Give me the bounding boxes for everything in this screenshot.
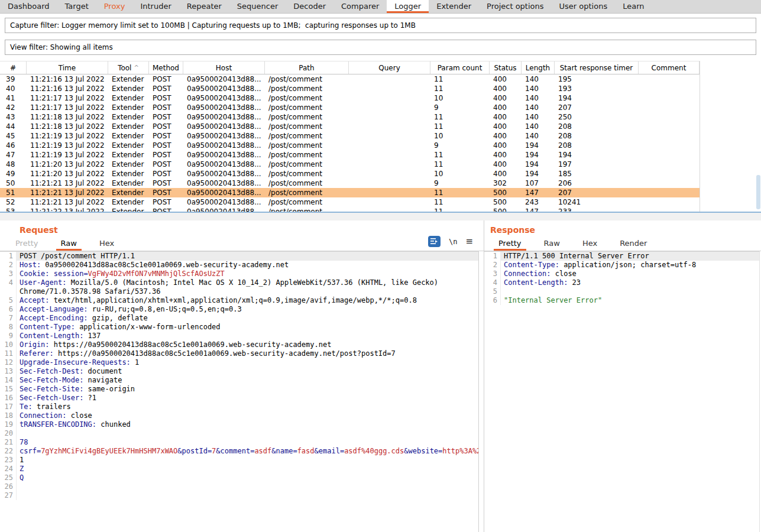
column-header-method[interactable]: Method	[149, 61, 183, 74]
response-tab-render[interactable]: Render	[615, 236, 652, 251]
cell	[349, 84, 430, 93]
cell	[639, 112, 700, 122]
table-row[interactable]: 5011:21:21 13 Jul 2022ExtenderPOST0a9500…	[0, 179, 761, 188]
menu-tab-extender[interactable]: Extender	[429, 0, 479, 13]
table-row[interactable]: 5311:21:22 13 Jul 2022ExtenderPOST0a9500…	[0, 207, 761, 212]
newline-toggle-icon[interactable]: \n	[449, 238, 457, 246]
line-number: 12	[0, 358, 17, 367]
table-right-filler	[700, 61, 761, 212]
line-content: Connection: close	[501, 270, 759, 278]
request-tab-hex[interactable]: Hex	[95, 236, 119, 251]
request-editor[interactable]: 1POST /post/comment HTTP/1.12Host: 0a950…	[0, 251, 479, 532]
line-content: Q	[17, 473, 478, 482]
line-number: 23	[0, 456, 17, 465]
menu-tab-proxy[interactable]: Proxy	[96, 0, 133, 13]
table-row[interactable]: 4211:21:17 13 Jul 2022ExtenderPOST0a9500…	[0, 103, 761, 112]
cell: /post/comment	[265, 93, 349, 103]
pretty-print-icon[interactable]	[428, 236, 441, 247]
view-filter-bar[interactable]: View filter: Showing all items	[5, 40, 756, 55]
menu-tab-comparer[interactable]: Comparer	[333, 0, 387, 13]
line-content: Sec-Fetch-Dest: document	[17, 367, 478, 376]
column-header-time[interactable]: Time	[27, 61, 108, 74]
editor-line: 3Cookie: session=VgFWy4D2vMfON7vMNMhjQlS…	[0, 270, 478, 278]
response-tab-hex[interactable]: Hex	[578, 236, 602, 251]
table-row[interactable]: 4311:21:18 13 Jul 2022ExtenderPOST0a9500…	[0, 112, 761, 122]
line-number: 13	[0, 367, 17, 376]
line-content: Content-Length: 137	[17, 332, 478, 340]
main-menu-tabbar: DashboardTargetProxyIntruderRepeaterSequ…	[0, 0, 761, 14]
editor-line: 8Content-Type: application/x-www-form-ur…	[0, 323, 478, 332]
cell: 11:21:20 13 Jul 2022	[27, 160, 108, 169]
cell: 206	[555, 179, 639, 188]
horizontal-splitter[interactable]	[0, 212, 761, 220]
table-row[interactable]: 4811:21:20 13 Jul 2022ExtenderPOST0a9500…	[0, 160, 761, 169]
menu-tab-dashboard[interactable]: Dashboard	[0, 0, 57, 13]
cell: POST	[149, 122, 183, 131]
menu-tab-learn[interactable]: Learn	[615, 0, 652, 13]
editor-line: 24Z	[0, 465, 478, 473]
menu-tab-sequencer[interactable]: Sequencer	[229, 0, 286, 13]
column-header-host[interactable]: Host	[183, 61, 265, 74]
table-row[interactable]: 4611:21:19 13 Jul 2022ExtenderPOST0a9500…	[0, 141, 761, 150]
table-row[interactable]: 5211:21:21 13 Jul 2022ExtenderPOST0a9500…	[0, 197, 761, 207]
menu-tab-target[interactable]: Target	[57, 0, 96, 13]
response-tab-raw[interactable]: Raw	[539, 236, 565, 251]
line-content: Cookie: session=VgFWy4D2vMfON7vMNMhjQlSc…	[17, 270, 478, 278]
table-row[interactable]: 4911:21:20 13 Jul 2022ExtenderPOST0a9500…	[0, 169, 761, 179]
column-header-comment[interactable]: Comment	[639, 61, 700, 74]
table-row[interactable]: 5111:21:21 13 Jul 2022ExtenderPOST0a9500…	[0, 188, 761, 197]
menu-tab-intruder[interactable]: Intruder	[132, 0, 179, 13]
editor-menu-icon[interactable]: ≡	[465, 237, 473, 246]
table-row[interactable]: 4011:21:16 13 Jul 2022ExtenderPOST0a9500…	[0, 84, 761, 93]
column-header-query[interactable]: Query	[349, 61, 430, 74]
logger-table-body: 3911:21:16 13 Jul 2022ExtenderPOST0a9500…	[0, 74, 761, 212]
cell: 400	[490, 122, 522, 131]
table-row[interactable]: 4411:21:18 13 Jul 2022ExtenderPOST0a9500…	[0, 122, 761, 131]
cell: 11	[430, 112, 490, 122]
cell: /post/comment	[265, 197, 349, 207]
cell: 400	[490, 103, 522, 112]
column-header-tool[interactable]: Tool^	[108, 61, 149, 74]
cell	[639, 188, 700, 197]
editor-line: 19tRANSFER-ENCODING: chunked	[0, 420, 478, 429]
table-row[interactable]: 4111:21:17 13 Jul 2022ExtenderPOST0a9500…	[0, 93, 761, 103]
table-row[interactable]: 4711:21:19 13 Jul 2022ExtenderPOST0a9500…	[0, 150, 761, 160]
cell	[639, 150, 700, 160]
response-tabs: PrettyRawHexRender	[484, 236, 761, 251]
menu-tab-user-options[interactable]: User options	[552, 0, 616, 13]
line-content: Origin: https://0a9500020413d88ac08c5c1e…	[17, 340, 478, 349]
column-header-length[interactable]: Length	[522, 61, 555, 74]
cell: 11:21:17 13 Jul 2022	[27, 103, 108, 112]
line-content	[17, 429, 478, 438]
menu-tab-logger[interactable]: Logger	[387, 0, 429, 13]
menu-tab-decoder[interactable]: Decoder	[286, 0, 333, 13]
line-content: 1	[17, 456, 478, 465]
response-tab-pretty[interactable]: Pretty	[494, 236, 526, 251]
cell: 48	[0, 160, 27, 169]
cell: 0a9500020413d88...	[183, 74, 265, 84]
table-row[interactable]: 4511:21:19 13 Jul 2022ExtenderPOST0a9500…	[0, 131, 761, 141]
table-scrollbar-thumb[interactable]	[756, 175, 760, 209]
line-number: 8	[0, 323, 17, 332]
request-tab-raw[interactable]: Raw	[56, 236, 82, 251]
column-header-start-response-timer[interactable]: Start response timer	[555, 61, 639, 74]
cell: Extender	[108, 112, 149, 122]
menu-tab-repeater[interactable]: Repeater	[179, 0, 229, 13]
cell: 208	[555, 131, 639, 141]
table-row[interactable]: 3911:21:16 13 Jul 2022ExtenderPOST0a9500…	[0, 74, 761, 84]
cell: POST	[149, 74, 183, 84]
cell: 400	[490, 112, 522, 122]
cell	[639, 169, 700, 179]
capture-filter-bar[interactable]: Capture filter: Logger memory limit set …	[5, 18, 756, 33]
column-header--[interactable]: #	[0, 61, 27, 74]
request-tab-pretty[interactable]: Pretty	[11, 236, 43, 251]
response-pane: Response PrettyRawHexRender 1HTTP/1.1 50…	[484, 220, 761, 532]
cell: 107	[522, 179, 555, 188]
cell: 197	[555, 160, 639, 169]
response-editor[interactable]: 1HTTP/1.1 500 Internal Server Error2Cont…	[484, 251, 760, 532]
editor-line: 14Sec-Fetch-Mode: navigate	[0, 376, 478, 385]
column-header-status[interactable]: Status	[490, 61, 522, 74]
column-header-path[interactable]: Path	[265, 61, 349, 74]
menu-tab-project-options[interactable]: Project options	[479, 0, 552, 13]
column-header-param-count[interactable]: Param count	[430, 61, 490, 74]
